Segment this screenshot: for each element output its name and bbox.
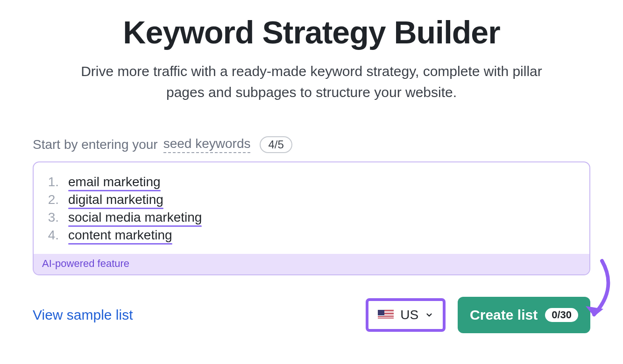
ai-feature-label: AI-powered feature (34, 254, 589, 274)
list-item: 4. content marketing (46, 228, 577, 243)
create-list-label: Create list (470, 307, 538, 323)
list-item: 2. digital marketing (46, 192, 577, 207)
footer-controls: US Create list 0/30 (366, 297, 590, 333)
seed-keywords-link[interactable]: seed keywords (163, 136, 251, 153)
list-number: 4. (46, 228, 59, 243)
keyword-text[interactable]: digital marketing (68, 192, 163, 207)
list-number: 3. (46, 210, 59, 225)
keyword-list: 1. email marketing 2. digital marketing … (46, 175, 577, 243)
seed-keyword-input[interactable]: 1. email marketing 2. digital marketing … (34, 162, 589, 254)
us-flag-icon (378, 310, 394, 320)
keyword-text[interactable]: email marketing (68, 175, 161, 189)
prompt-row: Start by entering your seed keywords 4/5 (33, 136, 590, 153)
list-item: 1. email marketing (46, 175, 577, 189)
list-number: 2. (46, 192, 59, 207)
country-label: US (400, 308, 418, 322)
footer-row: View sample list US Create list 0/30 (33, 297, 590, 333)
list-item: 3. social media marketing (46, 210, 577, 225)
prompt-prefix: Start by entering your (33, 137, 158, 152)
create-list-button[interactable]: Create list 0/30 (458, 297, 590, 333)
seed-keyword-input-card: 1. email marketing 2. digital marketing … (33, 161, 590, 275)
country-select[interactable]: US (366, 298, 446, 332)
chevron-down-icon (425, 311, 433, 319)
keyword-count-badge: 4/5 (260, 136, 292, 153)
page-title: Keyword Strategy Builder (33, 14, 590, 50)
list-number: 1. (46, 175, 59, 189)
view-sample-list-link[interactable]: View sample list (33, 307, 133, 323)
create-list-count-badge: 0/30 (545, 308, 578, 322)
page-subtitle: Drive more traffic with a ready-made key… (69, 61, 554, 103)
keyword-text[interactable]: content marketing (68, 228, 172, 243)
keyword-text[interactable]: social media marketing (68, 210, 202, 225)
